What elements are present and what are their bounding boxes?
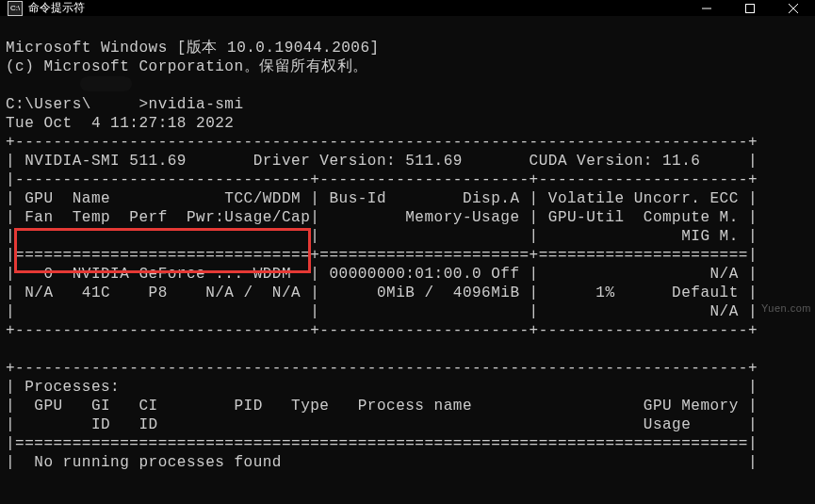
terminal-output[interactable]: Microsoft Windows [版本 10.0.19044.2006] (…: [0, 16, 815, 504]
smi-header-1: | GPU Name TCC/WDDM | Bus-Id Disp.A | Vo…: [6, 190, 758, 207]
gpu-row-1: | 0 NVIDIA GeForce ... WDDM | 00000000:0…: [6, 266, 758, 283]
command-text: nvidia-smi: [149, 96, 244, 113]
username-redaction: [80, 76, 132, 91]
window-controls: [685, 0, 815, 16]
close-button[interactable]: [772, 0, 815, 16]
processes-header-1: | GPU GI CI PID Type Process name GPU Me…: [6, 398, 758, 415]
border: |=======================================…: [6, 435, 758, 452]
maximize-button[interactable]: [728, 0, 772, 16]
border: |-------------------------------+-------…: [6, 171, 758, 188]
copyright-line: (c) Microsoft Corporation。保留所有权利。: [6, 58, 368, 75]
os-version-line: Microsoft Windows [版本 10.0.19044.2006]: [6, 40, 380, 57]
border: |===============================+=======…: [6, 247, 758, 264]
watermark-side: Yuen.com: [761, 299, 811, 317]
border: +---------------------------------------…: [6, 134, 758, 151]
svg-rect-1: [746, 4, 755, 12]
processes-header-2: | ID ID Usage |: [6, 416, 758, 433]
border: +-------------------------------+-------…: [6, 322, 758, 339]
gpu-row-2: | N/A 41C P8 N/A / N/A | 0MiB / 4096MiB …: [6, 285, 758, 301]
smi-header-2: | Fan Temp Perf Pwr:Usage/Cap| Memory-Us…: [6, 209, 758, 226]
prompt-path: C:\Users\ >: [6, 96, 149, 113]
gpu-row-3: | | | N/A |: [6, 303, 758, 320]
smi-header-3: | | | MIG M. |: [6, 228, 758, 245]
command-prompt-window: C:\ 命令提示符 Microsoft Windows [版本 10.0.190…: [0, 0, 815, 504]
titlebar[interactable]: C:\ 命令提示符: [0, 0, 815, 16]
minimize-button[interactable]: [685, 0, 728, 16]
no-processes-line: | No running processes found |: [6, 454, 758, 471]
app-icon: C:\: [8, 1, 23, 16]
smi-version-line: | NVIDIA-SMI 511.69 Driver Version: 511.…: [6, 153, 758, 170]
window-title: 命令提示符: [28, 0, 685, 16]
timestamp-line: Tue Oct 4 11:27:18 2022: [6, 115, 234, 132]
border: +---------------------------------------…: [6, 360, 758, 377]
processes-title: | Processes: |: [6, 379, 758, 396]
